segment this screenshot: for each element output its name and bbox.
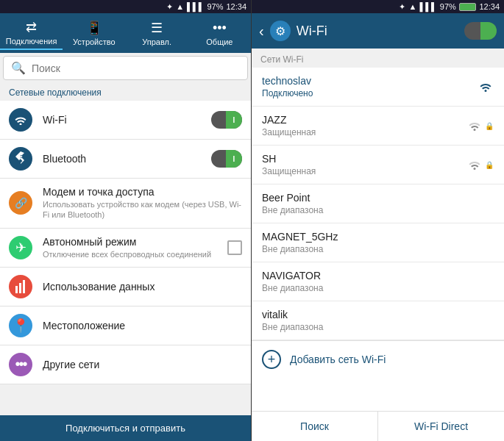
network-item-beerpoint[interactable]: Beer Point Вне диапазона — [252, 184, 504, 223]
jazz-signal: 🔒 — [466, 120, 494, 132]
left-status-bar: ✦ ▲ ▌▌▌ 97% 12:34 — [0, 0, 251, 13]
network-item-technoslav[interactable]: technoslav Подключено — [252, 68, 504, 107]
wifi-toggle-container: I — [211, 111, 242, 129]
bluetooth-toggle-on-indicator: I — [226, 150, 242, 168]
svg-rect-0 — [15, 286, 18, 293]
nav-tabs: ⇄ Подключения 📱 Устройство ☰ Управл. •••… — [0, 13, 251, 53]
network-item-magnet[interactable]: MAGNET_5GHz Вне диапазона — [252, 223, 504, 262]
search-bar: 🔍 — [3, 56, 248, 80]
tab-device-label: Устройство — [73, 37, 116, 46]
section-header-networks: Сетевые подключения — [0, 83, 251, 101]
right-bluetooth-icon: ✦ — [399, 2, 405, 12]
header-gear-icon: ⚙ — [270, 21, 291, 41]
menu-item-modem[interactable]: 🔗 Модем и точка доступа Использовать уст… — [0, 179, 251, 229]
vitalik-info: vitalik Вне диапазона — [262, 309, 494, 332]
add-network-icon: + — [262, 350, 281, 369]
menu-item-bluetooth[interactable]: Bluetooth I — [0, 140, 251, 179]
right-time: 12:34 — [479, 2, 500, 11]
connect-bottom-bar[interactable]: Подключиться и отправить — [0, 415, 251, 441]
right-battery-icon: ■■ — [459, 3, 477, 11]
modem-subtitle: Использовать устройство как модем (через… — [43, 199, 242, 220]
right-wifi-icon: ▲ — [408, 2, 416, 11]
wifi-header-toggle[interactable] — [464, 22, 497, 40]
search-input[interactable] — [32, 62, 240, 74]
search-icon: 🔍 — [11, 61, 26, 75]
wifidirect-bottom-button[interactable]: Wi-Fi Direct — [378, 412, 504, 441]
right-header: ‹ ⚙ Wi-Fi — [252, 13, 504, 49]
jazz-lock-icon: 🔒 — [485, 122, 494, 130]
svg-rect-1 — [19, 283, 21, 293]
network-item-sh[interactable]: SH Защищенная 🔒 — [252, 146, 504, 184]
other-menu-icon: ••• — [9, 353, 32, 376]
networks-section-header: Сети Wi-Fi — [252, 49, 504, 68]
sh-status: Защищенная — [262, 166, 459, 176]
vitalik-status: Вне диапазона — [262, 322, 494, 332]
search-bottom-button[interactable]: Поиск — [252, 412, 378, 441]
vitalik-name: vitalik — [262, 309, 494, 320]
wifi-title: Wi-Fi — [43, 114, 201, 126]
beerpoint-name: Beer Point — [262, 192, 494, 204]
left-time: 12:34 — [226, 2, 246, 11]
right-signal-icon: ▌▌▌ — [419, 2, 436, 11]
tab-manage[interactable]: ☰ Управл. — [126, 17, 188, 49]
manage-icon: ☰ — [151, 20, 163, 36]
tab-manage-label: Управл. — [142, 37, 171, 46]
navigator-info: NAVIGATOR Вне диапазона — [262, 270, 494, 293]
wifi-menu-icon — [9, 108, 32, 132]
magnet-status: Вне диапазона — [262, 244, 494, 254]
wifi-menu-text: Wi-Fi — [43, 114, 201, 126]
right-panel: ✦ ▲ ▌▌▌ 97% ■■ 12:34 ‹ ⚙ Wi-Fi Сети Wi-F… — [252, 0, 504, 441]
wifi-status-icon: ▲ — [176, 2, 184, 11]
menu-item-wifi[interactable]: Wi-Fi I — [0, 101, 251, 140]
magnet-info: MAGNET_5GHz Вне диапазона — [262, 231, 494, 254]
magnet-name: MAGNET_5GHz — [262, 231, 494, 243]
location-menu-icon: 📍 — [9, 314, 32, 337]
network-item-jazz[interactable]: JAZZ Защищенная 🔒 — [252, 107, 504, 146]
menu-item-airplane[interactable]: ✈ Автономный режим Отключение всех беспр… — [0, 229, 251, 268]
jazz-status: Защищенная — [262, 127, 459, 137]
beerpoint-info: Beer Point Вне диапазона — [262, 192, 494, 215]
navigator-status: Вне диапазона — [262, 283, 494, 293]
other-menu-text: Другие сети — [43, 359, 242, 370]
bluetooth-menu-text: Bluetooth — [43, 153, 201, 165]
airplane-title: Автономный режим — [43, 236, 217, 248]
tab-connections[interactable]: ⇄ Подключения — [0, 16, 63, 50]
menu-item-other[interactable]: ••• Другие сети — [0, 345, 251, 384]
technoslav-name: technoslav — [262, 75, 470, 87]
wifi-header-toggle-indicator — [480, 22, 497, 40]
tab-connections-label: Подключения — [6, 37, 57, 46]
back-button[interactable]: ‹ — [259, 23, 264, 40]
menu-item-data[interactable]: Использование данных — [0, 268, 251, 306]
airplane-checkbox[interactable] — [227, 240, 242, 255]
wifi-toggle[interactable]: I — [211, 111, 242, 129]
data-menu-text: Использование данных — [43, 281, 242, 293]
menu-item-location[interactable]: 📍 Местоположение — [0, 306, 251, 345]
bluetooth-title: Bluetooth — [43, 153, 201, 165]
data-title: Использование данных — [43, 281, 242, 293]
add-network-label: Добавить сеть Wi-Fi — [290, 354, 386, 365]
wifi-page-title: Wi-Fi — [297, 24, 458, 39]
other-title: Другие сети — [43, 359, 242, 370]
left-panel: ✦ ▲ ▌▌▌ 97% 12:34 ⇄ Подключения 📱 Устрой… — [0, 0, 252, 441]
navigator-name: NAVIGATOR — [262, 270, 494, 282]
network-item-vitalik[interactable]: vitalik Вне диапазона — [252, 301, 504, 340]
modem-menu-icon: 🔗 — [9, 191, 32, 215]
tab-device[interactable]: 📱 Устройство — [63, 17, 125, 49]
left-battery-percent: 97% — [207, 2, 223, 11]
airplane-menu-icon: ✈ — [9, 236, 32, 259]
sh-info: SH Защищенная — [262, 153, 459, 176]
add-network-item[interactable]: + Добавить сеть Wi-Fi — [252, 340, 504, 378]
technoslav-info: technoslav Подключено — [262, 75, 470, 98]
menu-list: Wi-Fi I Bluetooth I — [0, 101, 251, 384]
sh-name: SH — [262, 153, 459, 165]
network-item-navigator[interactable]: NAVIGATOR Вне диапазона — [252, 262, 504, 301]
signal-status-icon: ▌▌▌ — [187, 2, 204, 11]
tab-general[interactable]: ••• Общие — [188, 18, 251, 49]
bluetooth-status-icon: ✦ — [166, 2, 173, 12]
jazz-name: JAZZ — [262, 114, 459, 126]
network-list: technoslav Подключено JAZZ Защищенная — [252, 68, 504, 411]
bluetooth-toggle[interactable]: I — [211, 150, 242, 168]
airplane-menu-text: Автономный режим Отключение всех беспров… — [43, 236, 217, 259]
wifi-bottom-bar: Поиск Wi-Fi Direct — [252, 411, 504, 441]
beerpoint-status: Вне диапазона — [262, 205, 494, 215]
